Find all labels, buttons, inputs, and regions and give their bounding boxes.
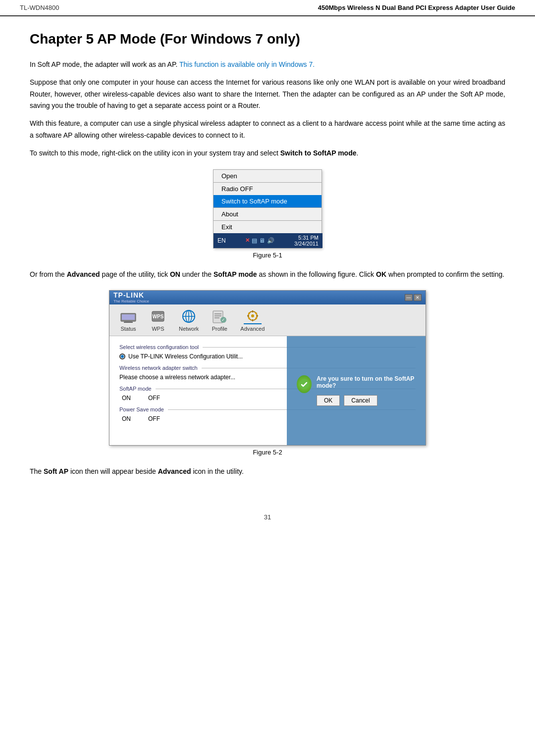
taskbar-icon-net: 🖥 [259, 237, 265, 244]
context-menu-softap: Switch to SoftAP mode [214, 195, 321, 207]
toolbar-advanced-label: Advanced [240, 326, 265, 332]
p4-start: To switch to this mode, right-click on t… [30, 149, 280, 157]
p6-bold1: Soft AP [44, 467, 68, 475]
page-header: TL-WDN4800 450Mbps Wireless N Dual Band … [0, 0, 535, 16]
toolbar-status-label: Status [120, 326, 136, 332]
taskbar-time-line2: 3/24/2011 [294, 241, 319, 247]
taskbar-icon-sound: 🔊 [267, 237, 274, 244]
p4-bold: Switch to SoftAP mode [280, 149, 357, 157]
paragraph-3: With this feature, a computer can use a … [30, 118, 505, 142]
softap-confirm-dialog: Are you sure to turn on the SoftAP mode?… [287, 336, 426, 445]
power-on-option: ON [119, 415, 131, 422]
context-menu-open: Open [214, 170, 321, 182]
figure-1-label: Figure 5-1 [253, 252, 282, 259]
taskbar-row: EN ✕ ▤ 🖥 🔊 5:31 PM 3/24/2011 [214, 233, 322, 248]
config-option-adapter-label: Please choose a wireless network adapter… [119, 374, 235, 381]
taskbar-time-line1: 5:31 PM [294, 235, 319, 241]
tplink-body: Select wireless configuration tool Use T… [109, 336, 426, 445]
p6-end: icon in the utility. [191, 467, 244, 475]
toolbar-wps-label: WPS [152, 326, 164, 332]
power-off-label: OFF [148, 415, 160, 422]
svg-point-22 [248, 312, 250, 314]
paragraph-4: To switch to this mode, right-click on t… [30, 148, 505, 159]
p5-bold3: SoftAP mode [214, 270, 257, 278]
softap-off-option: OFF [146, 395, 160, 402]
svg-rect-3 [124, 322, 133, 323]
svg-point-26 [299, 379, 309, 389]
svg-point-23 [255, 312, 257, 314]
p6-bold2: Advanced [158, 467, 191, 475]
section-softap-label: SoftAP mode [119, 386, 152, 392]
toolbar-profile[interactable]: ✓ Profile [211, 308, 228, 332]
tplink-titlebar: TP-LINK The Reliable Choice — ✕ [109, 291, 426, 304]
svg-point-25 [255, 317, 257, 319]
p5-bold2: ON [170, 270, 180, 278]
context-menu-exit: Exit [214, 221, 321, 233]
tplink-logo: TP-LINK The Reliable Choice [113, 292, 149, 303]
svg-text:WPS: WPS [153, 314, 164, 319]
dialog-cancel-button[interactable]: Cancel [344, 395, 377, 406]
toolbar-network-label: Network [179, 326, 199, 332]
dialog-ok-button[interactable]: OK [317, 395, 340, 406]
win-minimize-button[interactable]: — [405, 294, 413, 301]
svg-point-17 [251, 314, 254, 317]
p5-start: Or from the [30, 270, 67, 278]
advanced-icon [244, 308, 262, 324]
tplink-toolbar: Status WPS WPS [109, 304, 426, 336]
taskbar-icons: ✕ ▤ 🖥 🔊 [245, 237, 274, 244]
figure-2-label: Figure 5-2 [253, 449, 282, 456]
section-tool-label: Select wireless configuration tool [119, 344, 199, 350]
config-option-tplink-label: Use TP-LINK Wireless Configuration Utili… [128, 353, 243, 360]
svg-rect-1 [122, 314, 135, 320]
paragraph-5: Or from the Advanced page of the utility… [30, 269, 505, 281]
dialog-text: Are you sure to turn on the SoftAP mode? [317, 375, 416, 389]
toolbar-profile-label: Profile [212, 326, 227, 332]
figure-1-container: Open Radio OFF Switch to SoftAP mode Abo… [30, 169, 505, 259]
page-footer: 31 [0, 513, 535, 531]
paragraph-1: In Soft AP mode, the adapter will work a… [30, 59, 505, 71]
toolbar-wps[interactable]: WPS WPS [149, 308, 167, 332]
win-close-button[interactable]: ✕ [414, 294, 422, 301]
taskbar-time: 5:31 PM 3/24/2011 [294, 235, 319, 247]
softap-on-option: ON [119, 395, 131, 402]
toolbar-advanced[interactable]: Advanced [240, 308, 265, 332]
figure-2-container: TP-LINK The Reliable Choice — ✕ [30, 290, 505, 456]
p5-mid2: under the [180, 270, 214, 278]
page-number: 31 [264, 513, 271, 521]
context-menu: Open Radio OFF Switch to SoftAP mode Abo… [213, 169, 322, 249]
section-adapter-label: Wireless network adapter switch [119, 365, 198, 371]
chapter-title: Chapter 5 AP Mode (For Windows 7 only) [30, 31, 505, 47]
taskbar-icon-x: ✕ [245, 237, 250, 244]
p5-end2: when prompted to confirm the setting. [386, 270, 504, 278]
taskbar-icon-bars: ▤ [252, 237, 257, 244]
p5-mid: page of the utility, tick [100, 270, 170, 278]
softap-on-label: ON [122, 395, 131, 402]
p4-end: . [357, 149, 359, 157]
status-icon [119, 308, 137, 324]
p1-highlight: This function is available only in Windo… [179, 60, 315, 68]
radio-tplink[interactable] [119, 353, 125, 359]
toolbar-network[interactable]: Network [179, 308, 199, 332]
p1-start: In Soft AP mode, the adapter will work a… [30, 60, 179, 68]
toolbar-status[interactable]: Status [119, 308, 137, 332]
section-power-label: Power Save mode [119, 406, 164, 412]
softap-off-label: OFF [148, 395, 160, 402]
model-number: TL-WDN4800 [20, 4, 59, 11]
svg-point-24 [248, 317, 250, 319]
tplink-window: TP-LINK The Reliable Choice — ✕ [109, 290, 426, 446]
wps-icon: WPS [149, 308, 167, 324]
profile-icon: ✓ [211, 308, 228, 324]
network-icon [180, 308, 198, 324]
tplink-logo-sub: The Reliable Choice [113, 300, 149, 304]
paragraph-6: The Soft AP icon then will appear beside… [30, 466, 505, 478]
p5-end: as shown in the following figure. Click [257, 270, 376, 278]
power-off-option: OFF [146, 415, 160, 422]
context-menu-about: About [214, 208, 321, 220]
dialog-buttons: OK Cancel [317, 395, 416, 406]
context-menu-radiooff: Radio OFF [214, 183, 321, 195]
p5-bold1: Advanced [67, 270, 100, 278]
paragraph-2: Suppose that only one computer in your h… [30, 77, 505, 112]
svg-text:✓: ✓ [221, 317, 225, 322]
p5-bold4: OK [376, 270, 386, 278]
guide-title: 450Mbps Wireless N Dual Band PCI Express… [318, 4, 515, 11]
